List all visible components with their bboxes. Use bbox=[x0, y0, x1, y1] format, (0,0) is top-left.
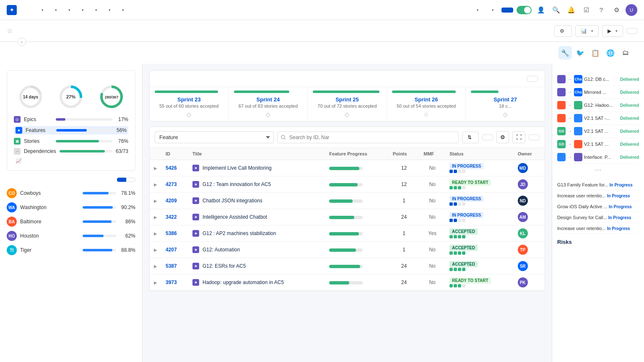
key-metrics-button[interactable]: 📊 ▾ bbox=[575, 25, 599, 37]
user-avatar[interactable]: U bbox=[626, 4, 637, 16]
bell-icon[interactable]: 🔔 bbox=[565, 4, 577, 16]
sprints-header bbox=[150, 71, 545, 87]
sprint-stories: 18 c... bbox=[471, 103, 540, 109]
tab-points[interactable] bbox=[117, 178, 126, 182]
feature-type-icon: ★ bbox=[192, 230, 199, 237]
nav-toggle[interactable] bbox=[517, 6, 532, 14]
feature-id[interactable]: 3422 bbox=[166, 214, 177, 220]
feature-id[interactable]: 3973 bbox=[166, 279, 177, 285]
nav-team[interactable]: ▾ bbox=[90, 6, 101, 14]
status-dot bbox=[458, 202, 461, 206]
nav-strategy[interactable]: ▾ bbox=[36, 6, 48, 14]
settings-icon[interactable]: ⚙ bbox=[610, 4, 622, 16]
view-config-button[interactable]: ⚙ bbox=[554, 25, 572, 37]
nav-items[interactable]: ▾ bbox=[486, 6, 498, 14]
col-mmf[interactable]: MMF bbox=[419, 148, 445, 160]
nav-right: ▾ ▾ 👤 🔍 🔔 ☑ ? ⚙ U bbox=[471, 4, 637, 16]
profile-icon[interactable]: 👤 bbox=[535, 4, 547, 16]
dep-text: Interface: P... bbox=[584, 155, 618, 160]
objective-item: Increase user retentio... In Progress bbox=[557, 223, 639, 234]
feature-toolbar: Feature ⇅ ⚙ ⛶ bbox=[150, 127, 545, 148]
col-title[interactable]: Title bbox=[188, 148, 325, 160]
sprint-stories: 55 out of 60 stories accepted bbox=[155, 103, 223, 109]
feature-progress-bar bbox=[329, 265, 363, 268]
view-icon-1[interactable]: 🔧 bbox=[558, 46, 572, 59]
expand-button[interactable]: ⛶ bbox=[512, 131, 525, 143]
nav-portfolio[interactable]: ▾ bbox=[49, 6, 61, 14]
prioritize-button[interactable]: ⇅ bbox=[462, 132, 479, 143]
feature-mmf: No bbox=[419, 209, 445, 225]
sprint-icon: ◇ bbox=[471, 111, 540, 118]
view-report-link[interactable]: 📈 bbox=[14, 158, 128, 164]
create-button[interactable] bbox=[501, 8, 513, 13]
team-list-item: TI Tiger 88.8% bbox=[7, 243, 135, 257]
sprints-grid: Sprint 23 55 out of 60 stories accepted … bbox=[150, 87, 545, 121]
burnup-button[interactable] bbox=[529, 134, 540, 140]
owner-avatar: MD bbox=[518, 163, 528, 173]
col-progress[interactable]: Feature Progress bbox=[325, 148, 388, 160]
sprint-name: Sprint 25 bbox=[313, 96, 382, 103]
feature-id[interactable]: 5387 bbox=[166, 263, 177, 269]
feature-id[interactable]: 5426 bbox=[166, 165, 177, 171]
col-id[interactable]: ID bbox=[161, 148, 188, 160]
feature-mmf: No bbox=[419, 242, 445, 258]
row-expand-icon[interactable]: ▶ bbox=[154, 166, 157, 171]
status-dot bbox=[462, 251, 465, 255]
feature-mmf: Yes bbox=[419, 225, 445, 242]
quick-filters-button[interactable] bbox=[482, 134, 493, 140]
nav-program[interactable]: ▾ bbox=[76, 6, 88, 14]
tab-count[interactable] bbox=[126, 178, 135, 182]
help-icon[interactable]: ? bbox=[595, 4, 607, 16]
feature-points: 24 bbox=[389, 274, 419, 291]
checkbox-icon[interactable]: ☑ bbox=[580, 4, 592, 16]
search-icon[interactable]: 🔍 bbox=[550, 4, 562, 16]
dep-from-icon: GD bbox=[557, 140, 566, 148]
row-expand-icon[interactable]: ▶ bbox=[154, 264, 157, 269]
nav-solution[interactable]: ▾ bbox=[63, 6, 75, 14]
nav-custom-rooms[interactable]: ▾ bbox=[117, 6, 128, 14]
col-status[interactable]: Status bbox=[445, 148, 514, 160]
dep-arrow-icon: → bbox=[567, 128, 572, 134]
row-expand-icon[interactable]: ▶ bbox=[154, 231, 157, 236]
run-meeting-button[interactable]: ▶ ▾ bbox=[602, 25, 623, 37]
row-expand-icon[interactable]: ▶ bbox=[154, 182, 157, 187]
view-icon-3[interactable]: 📋 bbox=[589, 46, 602, 59]
status-dots bbox=[449, 170, 509, 173]
settings-button[interactable]: ⚙ bbox=[496, 131, 509, 143]
sprint-icon: ◇ bbox=[313, 111, 382, 118]
feature-id[interactable]: 4207 bbox=[166, 247, 177, 253]
search-input[interactable] bbox=[277, 132, 459, 143]
sprint-name: Sprint 24 bbox=[234, 96, 303, 103]
feature-type-icon: ★ bbox=[192, 263, 199, 269]
feature-id[interactable]: 5386 bbox=[166, 230, 177, 236]
status-dot bbox=[449, 170, 453, 173]
collapse-sidebar-button[interactable]: ‹ bbox=[18, 38, 26, 46]
view-icon-5[interactable]: 🗂 bbox=[619, 46, 632, 59]
feature-id[interactable]: 4273 bbox=[166, 181, 177, 187]
col-points[interactable]: Points bbox=[389, 148, 419, 160]
status-dot bbox=[458, 268, 461, 271]
sprint-name: Sprint 27 bbox=[471, 96, 540, 103]
logo[interactable]: ✦ bbox=[7, 5, 19, 15]
view-board-button[interactable] bbox=[527, 76, 538, 82]
show-more-deps[interactable]: ··· bbox=[557, 165, 639, 174]
nav-starred[interactable]: ▾ bbox=[471, 6, 483, 14]
feature-id[interactable]: 4209 bbox=[166, 198, 177, 204]
nav-home[interactable] bbox=[26, 8, 34, 12]
view-icon-2[interactable]: 🐦 bbox=[574, 46, 587, 59]
view-icon-4[interactable]: 🌐 bbox=[604, 46, 617, 59]
feature-points: 12 bbox=[389, 160, 419, 176]
row-expand-icon[interactable]: ▶ bbox=[154, 199, 157, 203]
row-expand-icon[interactable]: ▶ bbox=[154, 215, 157, 220]
objective-item: G13 Family Feature for... In Progress bbox=[557, 179, 639, 190]
close-planning-button[interactable] bbox=[626, 28, 637, 34]
nav-product[interactable]: ▾ bbox=[103, 6, 115, 14]
row-expand-icon[interactable]: ▶ bbox=[154, 248, 157, 252]
objective-text: G13 Family Feature for... bbox=[557, 182, 610, 187]
feature-filter-select[interactable]: Feature bbox=[155, 131, 274, 143]
col-owner[interactable]: Owner bbox=[514, 148, 545, 160]
dep-status: Delivered bbox=[620, 90, 639, 95]
row-expand-icon[interactable]: ▶ bbox=[154, 280, 157, 285]
sprints-section: Sprint 23 55 out of 60 stories accepted … bbox=[149, 70, 545, 122]
favorite-star-icon[interactable]: ☆ bbox=[7, 27, 13, 35]
